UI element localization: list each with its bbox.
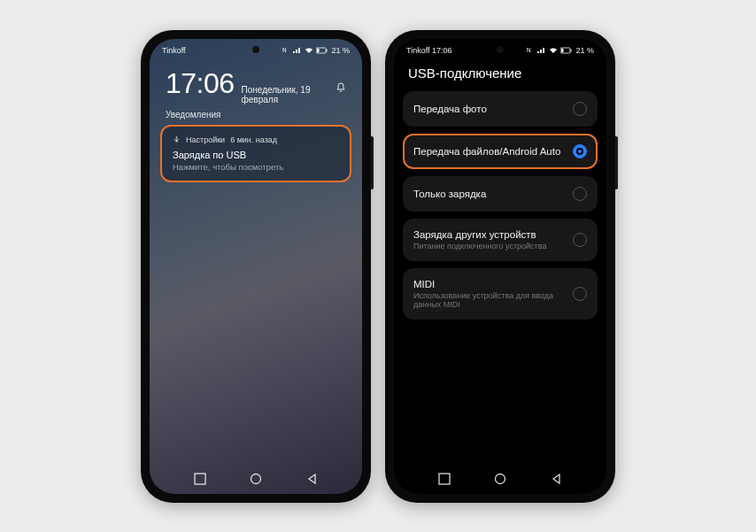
usb-option-2[interactable]: Только зарядка — [403, 176, 598, 212]
bell-icon — [336, 82, 346, 95]
usb-option-3[interactable]: Зарядка других устройствПитание подключе… — [403, 219, 598, 261]
nfc-icon: N — [282, 46, 290, 54]
status-icons: N 21 % — [527, 46, 594, 55]
notification-card[interactable]: Настройки 6 мин. назад Зарядка по USB На… — [160, 125, 351, 182]
nav-recent-icon[interactable] — [438, 473, 451, 485]
svg-point-5 — [251, 474, 261, 483]
usb-option-4[interactable]: MIDIИспользование устройства для ввода д… — [403, 268, 598, 320]
option-label: MIDI — [413, 279, 564, 289]
phone-left: Tinkoff N 21 % 17:06 Понедельник, 19 фев… — [141, 30, 371, 503]
radio-button[interactable] — [573, 187, 587, 201]
page-title: USB-подключение — [394, 58, 606, 91]
battery-icon — [316, 47, 328, 54]
svg-rect-9 — [561, 49, 564, 52]
svg-rect-8 — [571, 49, 572, 51]
radio-button[interactable] — [573, 102, 587, 116]
wifi-icon — [305, 47, 313, 54]
usb-icon — [173, 135, 181, 143]
lock-screen: Tinkoff N 21 % 17:06 Понедельник, 19 фев… — [150, 39, 362, 494]
nav-home-icon[interactable] — [250, 473, 262, 485]
svg-text:N: N — [282, 47, 287, 53]
notification-meta: Настройки 6 мин. назад — [173, 135, 339, 144]
front-camera — [497, 46, 504, 53]
nav-back-icon[interactable] — [551, 473, 563, 485]
svg-rect-4 — [195, 474, 205, 484]
nav-bar — [150, 464, 362, 494]
battery-icon — [560, 47, 573, 54]
svg-rect-3 — [317, 49, 320, 52]
option-label: Передача фото — [413, 104, 564, 114]
wifi-icon — [549, 47, 558, 54]
status-icons: N 21 % — [282, 46, 350, 55]
nav-home-icon[interactable] — [494, 473, 506, 485]
battery-percent: 21 % — [575, 46, 594, 55]
option-subtitle: Питание подключенного устройства — [413, 242, 564, 251]
svg-rect-2 — [327, 49, 328, 51]
option-label: Передача файлов/Android Auto — [413, 146, 564, 157]
option-text: Передача файлов/Android Auto — [413, 146, 564, 157]
option-subtitle: Использование устройства для ввода данны… — [413, 291, 564, 309]
option-text: Передача фото — [413, 104, 564, 114]
signal-icon — [537, 47, 546, 54]
svg-rect-10 — [439, 474, 450, 484]
settings-screen: Tinkoff 17:06 N 21 % USB-подключение Пер… — [394, 39, 606, 494]
usb-option-0[interactable]: Передача фото — [403, 91, 598, 127]
option-text: MIDIИспользование устройства для ввода д… — [413, 279, 564, 309]
notification-app: Настройки — [186, 135, 225, 144]
notifications-header: Уведомления — [150, 104, 362, 125]
nav-bar — [394, 464, 606, 494]
status-carrier: Tinkoff 17:06 — [406, 46, 452, 55]
option-text: Только зарядка — [413, 189, 564, 199]
clock-time: 17:06 — [166, 67, 235, 100]
nav-recent-icon[interactable] — [194, 473, 206, 485]
notification-subtitle: Нажмите, чтобы посмотреть — [173, 162, 339, 172]
battery-percent: 21 % — [331, 46, 350, 55]
radio-button[interactable] — [573, 287, 587, 301]
radio-button[interactable] — [573, 233, 587, 247]
phone-right: Tinkoff 17:06 N 21 % USB-подключение Пер… — [385, 30, 615, 503]
nav-back-icon[interactable] — [306, 473, 319, 485]
svg-text:N: N — [527, 47, 531, 53]
svg-point-11 — [496, 474, 505, 483]
radio-button[interactable] — [573, 144, 587, 158]
status-carrier: Tinkoff — [162, 46, 186, 55]
option-label: Зарядка других устройств — [413, 229, 564, 240]
front-camera — [252, 46, 259, 53]
option-label: Только зарядка — [413, 189, 564, 199]
signal-icon — [293, 47, 302, 54]
nfc-icon: N — [527, 46, 535, 54]
clock-row: 17:06 Понедельник, 19 февраля — [150, 58, 362, 104]
notification-time: 6 мин. назад — [230, 135, 277, 144]
option-text: Зарядка других устройствПитание подключе… — [413, 229, 564, 251]
usb-option-1[interactable]: Передача файлов/Android Auto — [403, 134, 598, 169]
clock-date: Понедельник, 19 февраля — [242, 85, 328, 104]
notification-title: Зарядка по USB — [173, 150, 339, 160]
